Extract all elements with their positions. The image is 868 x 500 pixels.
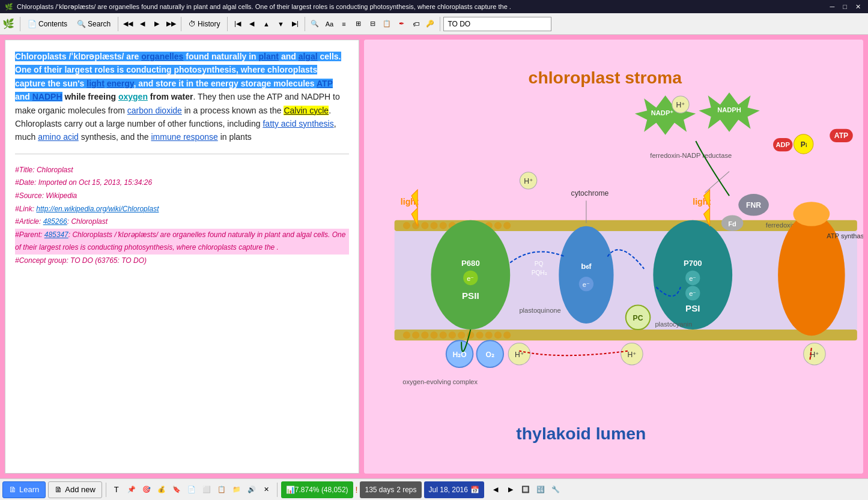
oe-complex-label: oxygen-evolving complex (402, 378, 478, 385)
maximize-button[interactable]: □ (840, 3, 849, 11)
nav-prev[interactable]: ◀ (245, 17, 258, 31)
svg-point-10 (494, 222, 502, 229)
svg-point-22 (494, 331, 502, 339)
days-info: 135 days 2 reps (360, 481, 421, 498)
chloroplast-diagram: chloroplast stroma thylakoid lumen (364, 40, 863, 474)
font-button[interactable]: Aa (323, 17, 336, 31)
meta-link: #Link: http://en.wikipedia.org/wiki/Chlo… (15, 203, 349, 216)
link-nadph[interactable]: NADPH (32, 92, 62, 101)
link-organelles[interactable]: organelles (141, 52, 183, 61)
svg-point-2 (421, 222, 428, 229)
link-light[interactable]: light (86, 79, 105, 88)
link-oxygen[interactable]: oxygen (118, 92, 148, 101)
fd-label: Fd (728, 220, 736, 227)
minimize-button[interactable]: ─ (828, 3, 837, 11)
link-energy[interactable]: energy (107, 79, 134, 88)
pi-label: Pᵢ (801, 140, 807, 149)
metadata-section: #Title: Chloroplast #Date: Imported on O… (15, 164, 349, 268)
status-btn-4[interactable]: 🔣 (534, 483, 547, 496)
format-btn-10[interactable]: 🔊 (245, 483, 258, 496)
atp-synthase-label: ATP synthase (827, 232, 863, 239)
link-atp[interactable]: ATP (317, 79, 333, 88)
format-btn-1[interactable]: T (110, 483, 123, 496)
format-btn-6[interactable]: 📄 (185, 483, 198, 496)
nav-forward-end[interactable]: ▶▶ (165, 17, 178, 31)
nav-down[interactable]: ▼ (274, 17, 287, 31)
pqh2-label: PQH₂ (532, 270, 547, 276)
format-btn-7[interactable]: ⬜ (200, 483, 213, 496)
meta-parent-id[interactable]: 485347 (44, 230, 68, 239)
p680-label: P680 (461, 259, 480, 268)
learn-button[interactable]: 🗎 Learn (2, 481, 46, 498)
main-content: Chloroplasts /ˈklɒrəplæsts/ are organell… (0, 35, 868, 478)
format-btn-4[interactable]: 💰 (155, 483, 168, 496)
link-fatty-acid[interactable]: fatty acid synthesis (263, 119, 333, 128)
history-button[interactable]: ⏱ History (184, 17, 224, 31)
nadp-text: NADP⁺ (651, 109, 674, 116)
calvin-cycle-link[interactable]: Calvin cycle (284, 106, 329, 115)
highlight-btn[interactable]: ✒ (395, 17, 408, 31)
toolbar-sep-1 (20, 17, 20, 31)
meta-source: #Source: Wikipedia (15, 190, 349, 203)
psi-e1-label: e⁻ (689, 275, 696, 282)
nav-back-start[interactable]: ◀◀ (121, 17, 135, 31)
o2-label: O₂ (486, 351, 494, 359)
toolbar-sep-5 (305, 17, 305, 31)
toolbar-sep-4 (227, 17, 228, 31)
meta-article-id[interactable]: 485266 (43, 217, 67, 226)
format-btn-2[interactable]: 📌 (125, 483, 138, 496)
layout-btn-2[interactable]: ⊞ (351, 17, 365, 31)
add-new-button[interactable]: 🗎 Add new (48, 481, 102, 498)
format-btn-3[interactable]: 🎯 (140, 483, 153, 496)
learn-icon: 🗎 (9, 485, 17, 494)
status-btn-3[interactable]: 🔲 (519, 483, 532, 496)
status-btn-1[interactable]: ◀ (489, 483, 502, 496)
link-carbon-dioxide[interactable]: carbon dioxide (127, 106, 182, 115)
layout-btn-4[interactable]: 📋 (380, 17, 393, 31)
search-button[interactable]: 🔍 Search (73, 17, 115, 31)
layout-btn-3[interactable]: ⊟ (366, 17, 379, 31)
history-icon: ⏱ (189, 20, 196, 28)
svg-point-12 (403, 331, 410, 339)
h-text-psii: H⁺ (524, 177, 533, 185)
status-btn-5[interactable]: 🔧 (549, 483, 562, 496)
toolbar-sep-6 (440, 17, 440, 31)
format-btn-5[interactable]: 🔖 (170, 483, 183, 496)
lumen-label: thylakoid lumen (516, 424, 646, 443)
status-btn-2[interactable]: ▶ (504, 483, 517, 496)
key-btn[interactable]: 🔑 (423, 17, 437, 31)
search-input[interactable] (443, 17, 551, 31)
nav-up[interactable]: ▲ (259, 17, 273, 31)
toolbar-sep-2 (118, 17, 118, 31)
close-button[interactable]: ✕ (853, 3, 863, 11)
meta-parent: #Parent: 485347: Chloroplasts /ˈklɒrəplæ… (15, 229, 349, 255)
svg-point-13 (412, 331, 419, 339)
nav-last[interactable]: ▶| (288, 17, 302, 31)
svg-point-3 (430, 222, 437, 229)
layout-btn-1[interactable]: ≡ (337, 17, 350, 31)
meta-date: #Date: Imported on Oct 15, 2013, 15:34:2… (15, 176, 349, 190)
format-btn-9[interactable]: 📁 (230, 483, 243, 496)
contents-button[interactable]: 📄 Contents (23, 17, 71, 31)
svg-point-23 (503, 331, 511, 339)
format-btn-8[interactable]: 📋 (215, 483, 228, 496)
format-btn-11[interactable]: ✕ (260, 483, 273, 496)
nav-first[interactable]: |◀ (231, 17, 244, 31)
meta-title: #Title: Chloroplast (15, 164, 349, 177)
link-immune-response[interactable]: immune response (151, 132, 217, 142)
zoom-button[interactable]: 🔍 (308, 17, 321, 31)
nav-back[interactable]: ◀ (136, 17, 149, 31)
mark-btn[interactable]: 🏷 (409, 17, 422, 31)
atp-synthase-top (793, 202, 830, 226)
meta-link-url[interactable]: http://en.wikipedia.org/wiki/Chloroplast (36, 205, 159, 213)
link-algal[interactable]: algal (299, 52, 318, 61)
link-plant[interactable]: plant (259, 52, 279, 61)
pc-label: PC (633, 314, 643, 322)
nav-forward[interactable]: ▶ (150, 17, 163, 31)
psii-label: PSII (462, 291, 479, 301)
psi-e2-label: e⁻ (689, 290, 696, 297)
ferredoxin-nadp-label: ferredoxin-NADP reductase (650, 152, 732, 159)
plastoquinone-label: plastoquinone (519, 307, 560, 314)
adp-label: ADP (775, 141, 790, 148)
link-amino-acid[interactable]: amino acid (38, 132, 79, 142)
